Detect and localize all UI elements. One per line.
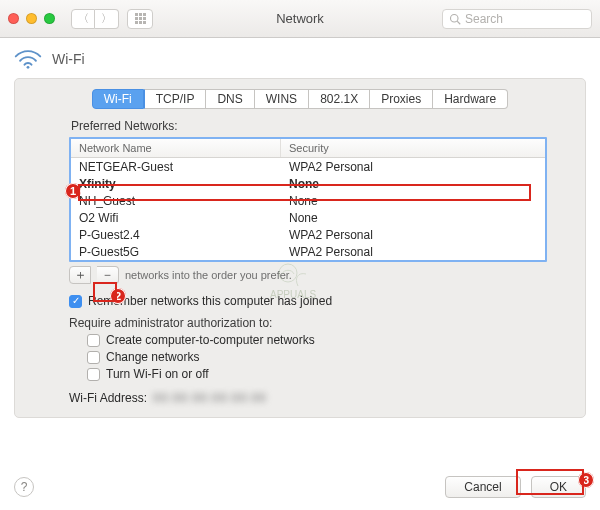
chevron-right-icon: 〉 (101, 11, 112, 26)
tab-wifi[interactable]: Wi-Fi (92, 89, 144, 109)
network-security: None (281, 194, 545, 208)
search-field[interactable]: Search (442, 9, 592, 29)
wifi-icon (14, 48, 42, 70)
network-row[interactable]: NETGEAR-GuestWPA2 Personal (71, 158, 545, 175)
settings-panel: Wi-FiTCP/IPDNSWINS802.1XProxiesHardware … (14, 78, 586, 418)
svg-line-1 (457, 21, 460, 24)
cancel-button[interactable]: Cancel (445, 476, 520, 498)
network-name: P-Guest2.4 (71, 228, 281, 242)
help-icon: ? (21, 480, 28, 494)
search-icon (449, 13, 461, 25)
add-network-button[interactable]: ＋ (69, 266, 91, 284)
close-window[interactable] (8, 13, 19, 24)
tab-bar: Wi-FiTCP/IPDNSWINS802.1XProxiesHardware (27, 89, 573, 109)
network-name: NH_Guest (71, 194, 281, 208)
preferred-networks-label: Preferred Networks: (71, 119, 547, 133)
remove-network-button[interactable]: － (97, 266, 119, 284)
network-row[interactable]: P-Guest5GWPA2 Personal (71, 243, 545, 260)
column-security[interactable]: Security (281, 139, 545, 157)
back-button[interactable]: 〈 (71, 9, 95, 29)
network-security: None (281, 211, 545, 225)
help-button[interactable]: ? (14, 477, 34, 497)
list-header: Network Name Security (71, 139, 545, 158)
wifi-address-label: Wi-Fi Address: (69, 391, 147, 405)
network-security: WPA2 Personal (281, 228, 545, 242)
window-controls (8, 13, 55, 24)
admin-checkbox-label: Turn Wi-Fi on or off (106, 367, 209, 381)
svg-point-2 (27, 66, 30, 69)
network-row[interactable]: NH_GuestNone (71, 192, 545, 209)
show-all-button[interactable] (127, 9, 153, 29)
tab-dns[interactable]: DNS (206, 89, 254, 109)
window-titlebar: 〈 〉 Network Search (0, 0, 600, 38)
network-security: WPA2 Personal (281, 245, 545, 259)
page-title: Wi-Fi (52, 51, 85, 67)
search-placeholder: Search (465, 12, 503, 26)
zoom-window[interactable] (44, 13, 55, 24)
svg-point-0 (451, 14, 459, 22)
network-row[interactable]: P-Guest2.4WPA2 Personal (71, 226, 545, 243)
network-row[interactable]: O2 WifiNone (71, 209, 545, 226)
network-name: NETGEAR-Guest (71, 160, 281, 174)
admin-auth-label: Require administrator authorization to: (69, 316, 547, 330)
ok-button[interactable]: OK (531, 476, 586, 498)
network-name: O2 Wifi (71, 211, 281, 225)
admin-checkbox[interactable] (87, 368, 100, 381)
column-network-name[interactable]: Network Name (71, 139, 281, 157)
network-name: P-Guest5G (71, 245, 281, 259)
tab-hardware[interactable]: Hardware (433, 89, 508, 109)
tab-tcpip[interactable]: TCP/IP (144, 89, 207, 109)
drag-hint: networks into the order you prefer. (125, 269, 292, 281)
admin-checkbox-label: Change networks (106, 350, 199, 364)
tab-wins[interactable]: WINS (255, 89, 309, 109)
chevron-left-icon: 〈 (78, 11, 89, 26)
forward-button[interactable]: 〉 (95, 9, 119, 29)
network-security: WPA2 Personal (281, 160, 545, 174)
minimize-window[interactable] (26, 13, 37, 24)
wifi-address-value: 00:00:00:00:00:00 (153, 391, 267, 405)
page-heading: Wi-Fi (14, 48, 586, 70)
admin-checkbox[interactable] (87, 351, 100, 364)
grid-icon (135, 13, 146, 24)
preferred-networks-list[interactable]: Network Name Security NETGEAR-GuestWPA2 … (69, 137, 547, 262)
admin-checkbox-label: Create computer-to-computer networks (106, 333, 315, 347)
tab-8021x[interactable]: 802.1X (309, 89, 370, 109)
network-row[interactable]: XfinityNone (71, 175, 545, 192)
network-security: None (281, 177, 545, 191)
tab-proxies[interactable]: Proxies (370, 89, 433, 109)
remember-networks-checkbox[interactable] (69, 295, 82, 308)
network-name: Xfinity (71, 177, 281, 191)
remember-networks-label: Remember networks this computer has join… (88, 294, 332, 308)
admin-checkbox[interactable] (87, 334, 100, 347)
